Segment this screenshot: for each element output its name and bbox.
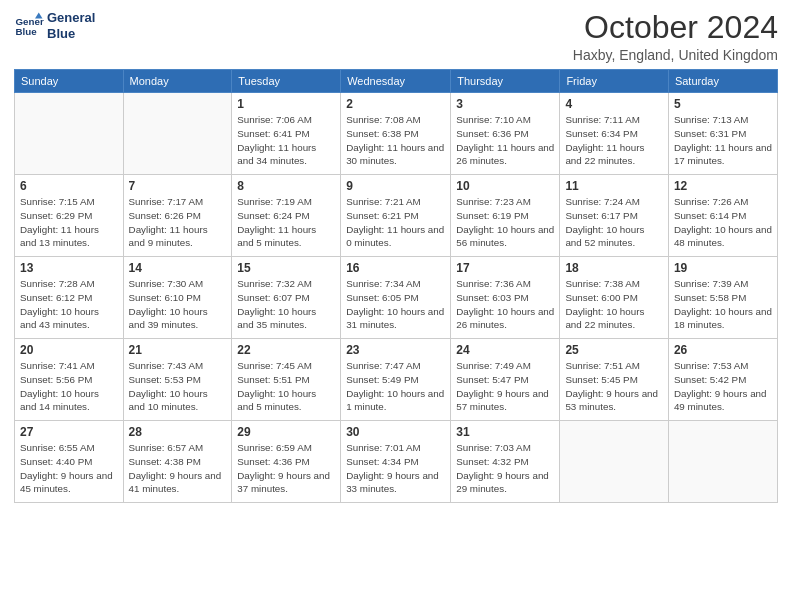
- calendar-cell: 28Sunrise: 6:57 AM Sunset: 4:38 PM Dayli…: [123, 421, 232, 503]
- calendar-cell: 17Sunrise: 7:36 AM Sunset: 6:03 PM Dayli…: [451, 257, 560, 339]
- day-info: Sunrise: 7:39 AM Sunset: 5:58 PM Dayligh…: [674, 277, 772, 332]
- day-info: Sunrise: 7:53 AM Sunset: 5:42 PM Dayligh…: [674, 359, 772, 414]
- day-info: Sunrise: 6:57 AM Sunset: 4:38 PM Dayligh…: [129, 441, 227, 496]
- col-header-wednesday: Wednesday: [341, 70, 451, 93]
- day-info: Sunrise: 7:38 AM Sunset: 6:00 PM Dayligh…: [565, 277, 663, 332]
- day-info: Sunrise: 7:45 AM Sunset: 5:51 PM Dayligh…: [237, 359, 335, 414]
- day-info: Sunrise: 6:59 AM Sunset: 4:36 PM Dayligh…: [237, 441, 335, 496]
- calendar-cell: 3Sunrise: 7:10 AM Sunset: 6:36 PM Daylig…: [451, 93, 560, 175]
- calendar-cell: 23Sunrise: 7:47 AM Sunset: 5:49 PM Dayli…: [341, 339, 451, 421]
- week-row-2: 6Sunrise: 7:15 AM Sunset: 6:29 PM Daylig…: [15, 175, 778, 257]
- calendar-cell: [560, 421, 669, 503]
- day-info: Sunrise: 7:23 AM Sunset: 6:19 PM Dayligh…: [456, 195, 554, 250]
- day-info: Sunrise: 7:28 AM Sunset: 6:12 PM Dayligh…: [20, 277, 118, 332]
- day-number: 16: [346, 261, 445, 275]
- calendar-cell: 15Sunrise: 7:32 AM Sunset: 6:07 PM Dayli…: [232, 257, 341, 339]
- col-header-friday: Friday: [560, 70, 669, 93]
- calendar-cell: 18Sunrise: 7:38 AM Sunset: 6:00 PM Dayli…: [560, 257, 669, 339]
- calendar-cell: [668, 421, 777, 503]
- day-number: 29: [237, 425, 335, 439]
- logo-icon: General Blue: [14, 11, 44, 41]
- calendar-cell: 8Sunrise: 7:19 AM Sunset: 6:24 PM Daylig…: [232, 175, 341, 257]
- calendar-table: SundayMondayTuesdayWednesdayThursdayFrid…: [14, 69, 778, 503]
- day-info: Sunrise: 7:15 AM Sunset: 6:29 PM Dayligh…: [20, 195, 118, 250]
- day-info: Sunrise: 7:36 AM Sunset: 6:03 PM Dayligh…: [456, 277, 554, 332]
- day-number: 30: [346, 425, 445, 439]
- calendar-cell: 30Sunrise: 7:01 AM Sunset: 4:34 PM Dayli…: [341, 421, 451, 503]
- day-number: 18: [565, 261, 663, 275]
- day-number: 9: [346, 179, 445, 193]
- calendar-cell: 9Sunrise: 7:21 AM Sunset: 6:21 PM Daylig…: [341, 175, 451, 257]
- day-info: Sunrise: 7:47 AM Sunset: 5:49 PM Dayligh…: [346, 359, 445, 414]
- day-number: 7: [129, 179, 227, 193]
- calendar-cell: [123, 93, 232, 175]
- calendar-cell: 6Sunrise: 7:15 AM Sunset: 6:29 PM Daylig…: [15, 175, 124, 257]
- day-info: Sunrise: 7:26 AM Sunset: 6:14 PM Dayligh…: [674, 195, 772, 250]
- calendar-cell: 14Sunrise: 7:30 AM Sunset: 6:10 PM Dayli…: [123, 257, 232, 339]
- calendar-cell: 1Sunrise: 7:06 AM Sunset: 6:41 PM Daylig…: [232, 93, 341, 175]
- calendar-cell: 4Sunrise: 7:11 AM Sunset: 6:34 PM Daylig…: [560, 93, 669, 175]
- calendar-cell: 16Sunrise: 7:34 AM Sunset: 6:05 PM Dayli…: [341, 257, 451, 339]
- day-number: 12: [674, 179, 772, 193]
- day-info: Sunrise: 7:03 AM Sunset: 4:32 PM Dayligh…: [456, 441, 554, 496]
- calendar-cell: 13Sunrise: 7:28 AM Sunset: 6:12 PM Dayli…: [15, 257, 124, 339]
- calendar-cell: 20Sunrise: 7:41 AM Sunset: 5:56 PM Dayli…: [15, 339, 124, 421]
- calendar-cell: 5Sunrise: 7:13 AM Sunset: 6:31 PM Daylig…: [668, 93, 777, 175]
- day-info: Sunrise: 7:10 AM Sunset: 6:36 PM Dayligh…: [456, 113, 554, 168]
- calendar-header-row: SundayMondayTuesdayWednesdayThursdayFrid…: [15, 70, 778, 93]
- location: Haxby, England, United Kingdom: [573, 47, 778, 63]
- logo-line2: Blue: [47, 26, 95, 42]
- day-number: 1: [237, 97, 335, 111]
- day-number: 31: [456, 425, 554, 439]
- day-number: 19: [674, 261, 772, 275]
- svg-text:Blue: Blue: [16, 26, 38, 37]
- day-number: 26: [674, 343, 772, 357]
- logo: General Blue General Blue: [14, 10, 95, 41]
- day-number: 20: [20, 343, 118, 357]
- calendar-cell: 29Sunrise: 6:59 AM Sunset: 4:36 PM Dayli…: [232, 421, 341, 503]
- day-info: Sunrise: 7:21 AM Sunset: 6:21 PM Dayligh…: [346, 195, 445, 250]
- day-info: Sunrise: 7:17 AM Sunset: 6:26 PM Dayligh…: [129, 195, 227, 250]
- calendar-cell: 31Sunrise: 7:03 AM Sunset: 4:32 PM Dayli…: [451, 421, 560, 503]
- day-number: 4: [565, 97, 663, 111]
- day-number: 25: [565, 343, 663, 357]
- calendar-cell: 11Sunrise: 7:24 AM Sunset: 6:17 PM Dayli…: [560, 175, 669, 257]
- day-info: Sunrise: 7:32 AM Sunset: 6:07 PM Dayligh…: [237, 277, 335, 332]
- calendar-cell: 12Sunrise: 7:26 AM Sunset: 6:14 PM Dayli…: [668, 175, 777, 257]
- day-number: 6: [20, 179, 118, 193]
- logo-line1: General: [47, 10, 95, 26]
- calendar-cell: 24Sunrise: 7:49 AM Sunset: 5:47 PM Dayli…: [451, 339, 560, 421]
- calendar-cell: 27Sunrise: 6:55 AM Sunset: 4:40 PM Dayli…: [15, 421, 124, 503]
- day-info: Sunrise: 6:55 AM Sunset: 4:40 PM Dayligh…: [20, 441, 118, 496]
- day-info: Sunrise: 7:43 AM Sunset: 5:53 PM Dayligh…: [129, 359, 227, 414]
- week-row-5: 27Sunrise: 6:55 AM Sunset: 4:40 PM Dayli…: [15, 421, 778, 503]
- month-title: October 2024: [573, 10, 778, 45]
- day-number: 27: [20, 425, 118, 439]
- day-number: 22: [237, 343, 335, 357]
- day-info: Sunrise: 7:01 AM Sunset: 4:34 PM Dayligh…: [346, 441, 445, 496]
- day-number: 11: [565, 179, 663, 193]
- day-number: 13: [20, 261, 118, 275]
- calendar-cell: 22Sunrise: 7:45 AM Sunset: 5:51 PM Dayli…: [232, 339, 341, 421]
- day-number: 14: [129, 261, 227, 275]
- day-number: 8: [237, 179, 335, 193]
- day-info: Sunrise: 7:13 AM Sunset: 6:31 PM Dayligh…: [674, 113, 772, 168]
- day-number: 24: [456, 343, 554, 357]
- header: General Blue General Blue October 2024 H…: [14, 10, 778, 63]
- col-header-tuesday: Tuesday: [232, 70, 341, 93]
- day-info: Sunrise: 7:41 AM Sunset: 5:56 PM Dayligh…: [20, 359, 118, 414]
- day-number: 21: [129, 343, 227, 357]
- day-number: 3: [456, 97, 554, 111]
- calendar-cell: [15, 93, 124, 175]
- calendar-cell: 26Sunrise: 7:53 AM Sunset: 5:42 PM Dayli…: [668, 339, 777, 421]
- day-number: 2: [346, 97, 445, 111]
- calendar-cell: 7Sunrise: 7:17 AM Sunset: 6:26 PM Daylig…: [123, 175, 232, 257]
- title-block: October 2024 Haxby, England, United King…: [573, 10, 778, 63]
- calendar-cell: 25Sunrise: 7:51 AM Sunset: 5:45 PM Dayli…: [560, 339, 669, 421]
- calendar-cell: 19Sunrise: 7:39 AM Sunset: 5:58 PM Dayli…: [668, 257, 777, 339]
- week-row-1: 1Sunrise: 7:06 AM Sunset: 6:41 PM Daylig…: [15, 93, 778, 175]
- calendar-cell: 10Sunrise: 7:23 AM Sunset: 6:19 PM Dayli…: [451, 175, 560, 257]
- col-header-saturday: Saturday: [668, 70, 777, 93]
- calendar-cell: 2Sunrise: 7:08 AM Sunset: 6:38 PM Daylig…: [341, 93, 451, 175]
- day-info: Sunrise: 7:08 AM Sunset: 6:38 PM Dayligh…: [346, 113, 445, 168]
